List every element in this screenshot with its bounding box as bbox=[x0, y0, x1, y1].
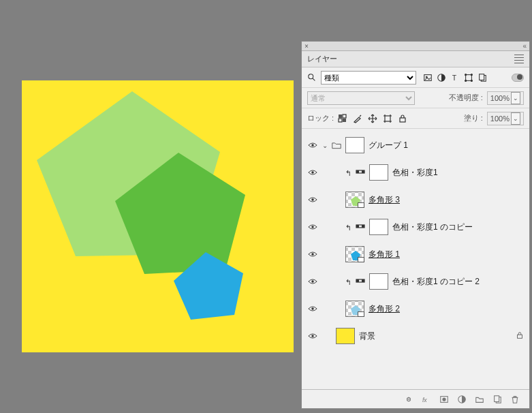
svg-rect-15 bbox=[339, 119, 342, 122]
layer-poly3[interactable]: 多角形 3 bbox=[302, 186, 529, 213]
svg-point-9 bbox=[465, 80, 467, 81]
svg-rect-16 bbox=[385, 116, 390, 121]
clip-icon: ↳ bbox=[345, 168, 351, 177]
visibility-icon[interactable] bbox=[307, 166, 318, 179]
svg-point-27 bbox=[311, 171, 314, 174]
filter-smart-icon[interactable] bbox=[478, 73, 487, 82]
layer-label[interactable]: 背景 bbox=[359, 331, 375, 342]
layer-hs1-copy2[interactable]: ↳ 色相・彩度1 のコピー 2 bbox=[302, 268, 529, 295]
svg-rect-41 bbox=[356, 279, 359, 282]
layer-background[interactable]: 背景 bbox=[302, 322, 529, 350]
panel-footer: fx bbox=[302, 389, 529, 408]
search-icon bbox=[307, 73, 317, 82]
layer-thumb[interactable] bbox=[345, 246, 364, 262]
visibility-icon[interactable] bbox=[307, 248, 318, 260]
link-layers-icon[interactable] bbox=[404, 395, 413, 404]
lock-label: ロック : bbox=[307, 113, 334, 123]
adjustment-icon bbox=[356, 222, 365, 232]
layer-thumb[interactable] bbox=[345, 192, 364, 208]
svg-point-33 bbox=[311, 226, 314, 228]
lock-icon bbox=[516, 331, 524, 341]
svg-point-49 bbox=[442, 397, 445, 401]
lock-artboard-icon[interactable] bbox=[383, 114, 392, 123]
svg-rect-42 bbox=[362, 279, 364, 282]
lock-pixels-icon[interactable] bbox=[353, 114, 362, 123]
add-adjustment-icon[interactable] bbox=[457, 395, 467, 404]
layer-poly1[interactable]: 多角形 1 bbox=[302, 241, 529, 268]
fill-value[interactable]: 100%⌄ bbox=[487, 112, 524, 125]
panel-collapse-icon[interactable]: « bbox=[522, 42, 527, 50]
svg-rect-51 bbox=[495, 395, 499, 401]
svg-rect-30 bbox=[362, 170, 364, 173]
filter-pixel-icon[interactable] bbox=[423, 73, 433, 82]
opacity-label: 不透明度 : bbox=[449, 93, 483, 103]
layer-label[interactable]: グループ 1 bbox=[369, 140, 408, 151]
svg-point-10 bbox=[471, 80, 472, 81]
lock-position-icon[interactable] bbox=[368, 114, 377, 123]
visibility-icon[interactable] bbox=[307, 275, 318, 288]
svg-rect-25 bbox=[400, 118, 405, 122]
layer-hs1-copy[interactable]: ↳ 色相・彩度1 のコピー bbox=[302, 213, 529, 241]
add-mask-icon[interactable] bbox=[439, 395, 449, 404]
expand-toggle[interactable]: ⌄ bbox=[322, 142, 328, 149]
layer-label[interactable]: 多角形 3 bbox=[369, 194, 400, 206]
layer-group-1[interactable]: ⌄ グループ 1 bbox=[302, 132, 529, 159]
clip-icon: ↳ bbox=[345, 277, 351, 286]
panel-tab: レイヤー bbox=[302, 51, 529, 67]
svg-line-1 bbox=[313, 78, 315, 80]
svg-rect-11 bbox=[480, 74, 484, 80]
svg-rect-46 bbox=[518, 335, 522, 338]
fill-label: 塗り : bbox=[464, 113, 483, 123]
layer-label[interactable]: 多角形 1 bbox=[369, 249, 400, 260]
mask-thumb[interactable] bbox=[369, 164, 388, 181]
layer-thumb[interactable] bbox=[336, 328, 355, 344]
filter-text-icon[interactable]: T bbox=[450, 73, 460, 82]
delete-icon[interactable] bbox=[510, 395, 520, 404]
layer-hs1[interactable]: ↳ 色相・彩度1 bbox=[302, 159, 529, 186]
layer-label[interactable]: 色相・彩度1 のコピー bbox=[392, 221, 473, 233]
svg-point-0 bbox=[309, 74, 313, 78]
filter-type-select[interactable]: 種類 bbox=[321, 71, 416, 85]
filter-shape-icon[interactable] bbox=[464, 73, 473, 82]
svg-rect-6 bbox=[466, 74, 472, 80]
svg-point-31 bbox=[311, 198, 314, 201]
new-group-icon[interactable] bbox=[475, 395, 484, 404]
svg-point-8 bbox=[471, 74, 472, 75]
visibility-icon[interactable] bbox=[307, 303, 318, 315]
layer-thumb[interactable] bbox=[345, 301, 364, 317]
folder-icon bbox=[332, 140, 341, 150]
filter-row: 種類 T bbox=[302, 67, 529, 88]
lock-transparency-icon[interactable] bbox=[338, 114, 347, 123]
layer-label[interactable]: 色相・彩度1 のコピー 2 bbox=[392, 276, 480, 288]
mask-thumb[interactable] bbox=[369, 219, 388, 235]
fx-icon[interactable]: fx bbox=[422, 395, 431, 404]
blend-mode-select[interactable]: 通常 bbox=[307, 91, 415, 105]
visibility-icon[interactable] bbox=[307, 194, 318, 206]
group-mask-thumb[interactable] bbox=[345, 137, 364, 153]
filter-adjust-icon[interactable] bbox=[437, 73, 446, 82]
layer-label[interactable]: 色相・彩度1 bbox=[392, 167, 438, 179]
canvas bbox=[22, 80, 294, 352]
opacity-value[interactable]: 100%⌄ bbox=[487, 91, 524, 105]
svg-rect-14 bbox=[343, 114, 346, 118]
svg-point-26 bbox=[311, 144, 314, 147]
adjustment-icon bbox=[356, 168, 365, 177]
visibility-icon[interactable] bbox=[307, 139, 318, 151]
new-layer-icon[interactable] bbox=[492, 395, 502, 404]
layer-poly2[interactable]: 多角形 2 bbox=[302, 295, 529, 322]
visibility-icon[interactable] bbox=[307, 221, 318, 233]
layer-label[interactable]: 多角形 2 bbox=[369, 303, 400, 315]
lock-row: ロック : 塗り : 100%⌄ bbox=[302, 108, 529, 129]
panel-menu-icon[interactable] bbox=[514, 55, 524, 63]
lock-all-icon[interactable] bbox=[398, 114, 407, 123]
clip-icon: ↳ bbox=[345, 223, 351, 232]
mask-thumb[interactable] bbox=[369, 273, 388, 290]
filter-toggle[interactable] bbox=[512, 74, 524, 82]
svg-point-7 bbox=[465, 74, 467, 75]
svg-point-45 bbox=[311, 335, 314, 337]
panel-close-icon[interactable]: × bbox=[304, 42, 309, 50]
svg-point-37 bbox=[311, 253, 314, 256]
visibility-icon[interactable] bbox=[307, 330, 318, 342]
panel-topbar: × « bbox=[302, 42, 529, 51]
svg-point-43 bbox=[311, 307, 314, 310]
